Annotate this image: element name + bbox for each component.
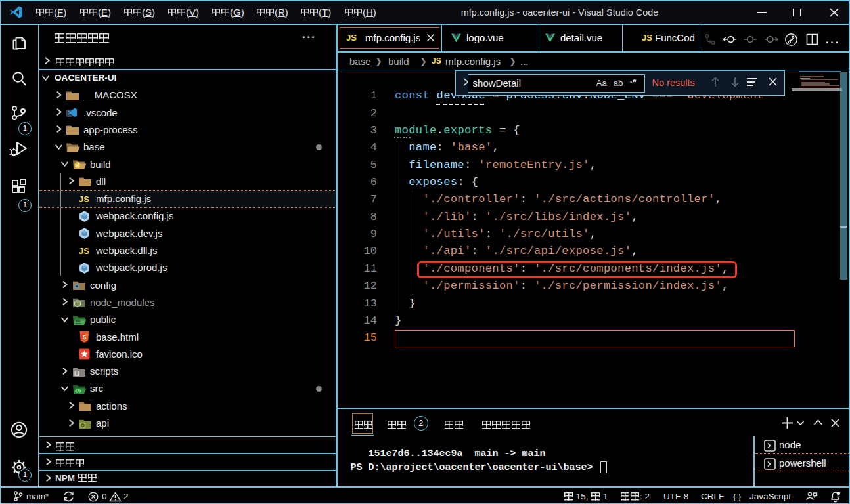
svg-text:5: 5 [83,333,87,341]
svg-text:js: js [76,302,79,306]
